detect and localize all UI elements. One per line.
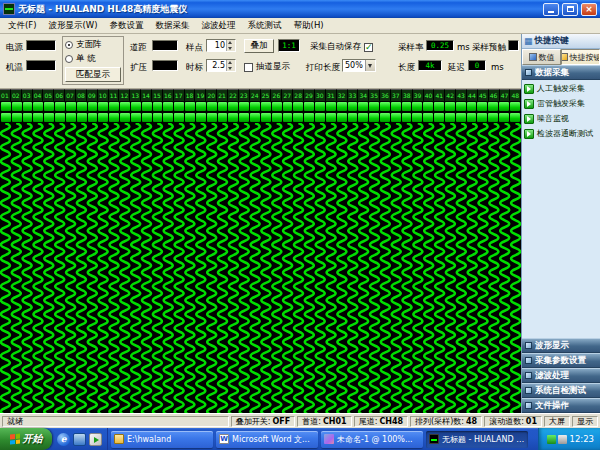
section-label: 波形显示 — [535, 340, 569, 352]
close-button[interactable] — [581, 3, 597, 16]
dropdown-arrow-icon[interactable] — [365, 60, 375, 71]
channel-number[interactable]: 11 — [109, 89, 120, 101]
shield-icon[interactable] — [547, 435, 556, 444]
trace-spacing-input[interactable] — [152, 40, 178, 51]
channel-number[interactable]: 27 — [282, 89, 293, 101]
clock[interactable]: 12:23 — [570, 434, 595, 444]
channel-number[interactable]: 30 — [315, 89, 326, 101]
channel-number[interactable]: 23 — [239, 89, 250, 101]
channel-number[interactable]: 46 — [489, 89, 500, 101]
print-length-select[interactable]: 50% — [342, 59, 376, 72]
channel-number[interactable]: 13 — [130, 89, 141, 101]
channel-number[interactable]: 08 — [76, 89, 87, 101]
channel-number[interactable]: 42 — [445, 89, 456, 101]
channel-number[interactable]: 33 — [348, 89, 359, 101]
channel-number[interactable]: 28 — [293, 89, 304, 101]
channel-number[interactable]: 10 — [98, 89, 109, 101]
spinner-buttons-icon[interactable] — [226, 60, 235, 71]
menu-item[interactable]: 系统测试 — [242, 20, 288, 32]
menu-item[interactable]: 参数设置 — [104, 20, 150, 32]
channel-number[interactable]: 39 — [413, 89, 424, 101]
channel-number[interactable]: 21 — [217, 89, 228, 101]
tab-values[interactable]: 数值 — [522, 49, 561, 65]
sidebar-item[interactable]: 噪音监视 — [523, 113, 599, 125]
taskbar-item[interactable]: 未命名-1 @ 100%... — [321, 431, 423, 448]
channel-number[interactable]: 09 — [87, 89, 98, 101]
waveform-area[interactable] — [0, 123, 521, 413]
menu-item[interactable]: 波形显示(W) — [43, 20, 104, 32]
channel-number[interactable]: 35 — [369, 89, 380, 101]
mode-single-radio[interactable]: 单 统 — [65, 52, 121, 66]
tab-shortcuts[interactable]: 快捷按键 — [561, 49, 600, 65]
channel-number[interactable]: 19 — [195, 89, 206, 101]
menu-item[interactable]: 帮助(H) — [288, 20, 330, 32]
volume-icon[interactable] — [558, 435, 567, 444]
quick-launch — [52, 428, 108, 450]
channel-number[interactable]: 25 — [261, 89, 272, 101]
sidebar-item[interactable]: 雷管触发采集 — [523, 98, 599, 110]
seismic-traces — [0, 123, 521, 413]
sidebar-section-0[interactable]: 数据采集 — [522, 65, 600, 80]
taskbar-item[interactable]: E:\hwaland — [111, 431, 213, 448]
sidebar-section-1[interactable]: 波形显示 — [522, 338, 600, 353]
channel-number[interactable]: 02 — [11, 89, 22, 101]
sidebar-section-3[interactable]: 滤波处理 — [522, 368, 600, 383]
media-icon[interactable] — [89, 433, 102, 446]
menu-item[interactable]: 滤波处理 — [196, 20, 242, 32]
channel-number[interactable]: 06 — [54, 89, 65, 101]
channel-number[interactable]: 34 — [358, 89, 369, 101]
sidebar-section-5[interactable]: 文件操作 — [522, 398, 600, 413]
channel-number[interactable]: 07 — [65, 89, 76, 101]
channel-number[interactable]: 24 — [250, 89, 261, 101]
taskbar-item[interactable]: 无标题 - HUALAND H... — [426, 431, 528, 448]
channel-number[interactable]: 26 — [271, 89, 282, 101]
maximize-button[interactable] — [562, 3, 578, 16]
menu-item[interactable]: 文件(F) — [2, 20, 43, 32]
channel-number[interactable]: 16 — [163, 89, 174, 101]
channel-number[interactable]: 01 — [0, 89, 11, 101]
mode-array-radio[interactable]: 支面阵 — [65, 38, 121, 52]
channel-number[interactable]: 20 — [206, 89, 217, 101]
samples-input[interactable]: 10 — [206, 39, 236, 52]
channel-number[interactable]: 03 — [22, 89, 33, 101]
channel-number[interactable]: 44 — [467, 89, 478, 101]
sidebar-item[interactable]: 人工触发采集 — [523, 83, 599, 95]
autosave-checkbox[interactable]: 采集自动保存 — [310, 41, 373, 53]
channel-number[interactable]: 38 — [402, 89, 413, 101]
stack-button[interactable]: 叠加 — [244, 39, 274, 53]
taskbar-item[interactable]: Microsoft Word 文... — [216, 431, 318, 448]
channel-number[interactable]: 43 — [456, 89, 467, 101]
channel-number[interactable]: 22 — [228, 89, 239, 101]
start-button[interactable]: 开始 — [0, 428, 52, 450]
spinner-buttons-icon[interactable] — [226, 40, 235, 51]
channel-number[interactable]: 41 — [434, 89, 445, 101]
channel-number[interactable]: 48 — [510, 89, 521, 101]
channel-number[interactable]: 05 — [43, 89, 54, 101]
channel-number[interactable]: 37 — [391, 89, 402, 101]
channel-number[interactable]: 15 — [152, 89, 163, 101]
sidebar-item[interactable]: 检波器通断测试 — [523, 128, 599, 140]
desktop-icon[interactable] — [73, 433, 86, 446]
sidebar-section-2[interactable]: 采集参数设置 — [522, 353, 600, 368]
channel-number[interactable]: 18 — [185, 89, 196, 101]
channel-number[interactable]: 40 — [424, 89, 435, 101]
channel-number[interactable]: 04 — [33, 89, 44, 101]
ie-icon[interactable] — [57, 433, 70, 446]
sidebar-section-4[interactable]: 系统自检测试 — [522, 383, 600, 398]
timescale-input[interactable]: 2.5 — [206, 59, 236, 72]
channel-number[interactable]: 36 — [380, 89, 391, 101]
decimate-checkbox[interactable]: 抽道显示 — [244, 61, 290, 73]
channel-number[interactable]: 32 — [337, 89, 348, 101]
minimize-button[interactable] — [543, 3, 559, 16]
menu-item[interactable]: 数据采集 — [150, 20, 196, 32]
channel-number[interactable]: 12 — [119, 89, 130, 101]
channel-number[interactable]: 45 — [478, 89, 489, 101]
channel-led — [88, 113, 98, 122]
channel-number[interactable]: 31 — [326, 89, 337, 101]
channel-number[interactable]: 29 — [304, 89, 315, 101]
channel-number[interactable]: 14 — [141, 89, 152, 101]
channel-number[interactable]: 47 — [500, 89, 511, 101]
gain-input[interactable] — [152, 60, 178, 71]
match-display-button[interactable]: 匹配显示 — [65, 67, 121, 82]
channel-number[interactable]: 17 — [174, 89, 185, 101]
